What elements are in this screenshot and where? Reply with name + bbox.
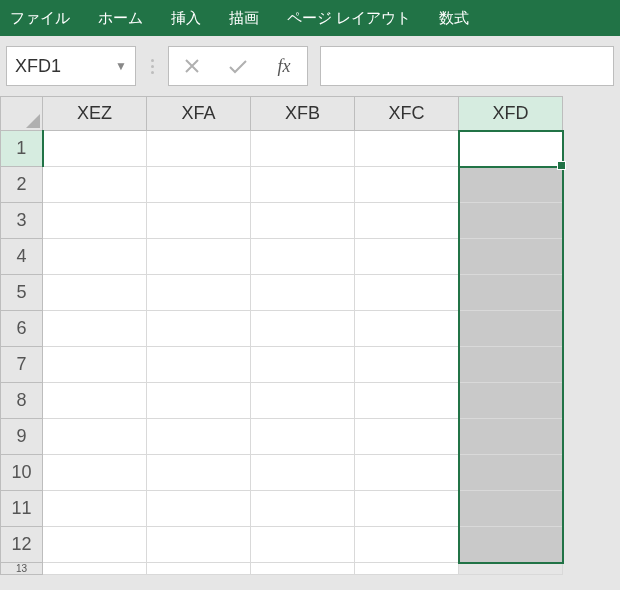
cell[interactable] xyxy=(459,347,563,383)
col-header[interactable]: XFC xyxy=(355,97,459,131)
cancel-icon[interactable] xyxy=(169,47,215,85)
cell[interactable] xyxy=(459,455,563,491)
cell[interactable] xyxy=(355,239,459,275)
cell[interactable] xyxy=(251,527,355,563)
col-header[interactable]: XFA xyxy=(147,97,251,131)
tab-draw[interactable]: 描画 xyxy=(229,9,259,28)
cell[interactable] xyxy=(459,311,563,347)
row-header[interactable]: 1 xyxy=(1,131,43,167)
cell[interactable] xyxy=(147,383,251,419)
row-header[interactable]: 10 xyxy=(1,455,43,491)
cell[interactable] xyxy=(355,131,459,167)
cell[interactable] xyxy=(251,167,355,203)
cell[interactable] xyxy=(355,491,459,527)
cell[interactable] xyxy=(355,347,459,383)
cell[interactable] xyxy=(43,131,147,167)
row-header[interactable]: 12 xyxy=(1,527,43,563)
enter-icon[interactable] xyxy=(215,47,261,85)
cell[interactable] xyxy=(147,131,251,167)
cell[interactable] xyxy=(459,203,563,239)
formula-input[interactable] xyxy=(320,46,614,86)
cell[interactable] xyxy=(43,383,147,419)
row-header[interactable]: 13 xyxy=(1,563,43,575)
cell[interactable] xyxy=(43,527,147,563)
col-header[interactable]: XEZ xyxy=(43,97,147,131)
col-header[interactable]: XFB xyxy=(251,97,355,131)
cell[interactable] xyxy=(251,455,355,491)
cell[interactable] xyxy=(43,347,147,383)
cell[interactable] xyxy=(459,167,563,203)
tab-home[interactable]: ホーム xyxy=(98,9,143,28)
row-header[interactable]: 9 xyxy=(1,419,43,455)
cell[interactable] xyxy=(147,455,251,491)
cell[interactable] xyxy=(459,419,563,455)
row-header[interactable]: 6 xyxy=(1,311,43,347)
cell[interactable] xyxy=(251,275,355,311)
cell[interactable] xyxy=(459,239,563,275)
cell[interactable] xyxy=(251,563,355,575)
cell[interactable] xyxy=(147,239,251,275)
cell[interactable] xyxy=(147,563,251,575)
cell[interactable] xyxy=(147,311,251,347)
row-header[interactable]: 7 xyxy=(1,347,43,383)
cell[interactable] xyxy=(43,167,147,203)
cell[interactable] xyxy=(355,527,459,563)
row-header[interactable]: 2 xyxy=(1,167,43,203)
cell[interactable] xyxy=(43,419,147,455)
cell[interactable] xyxy=(147,203,251,239)
formula-bar-buttons: fx xyxy=(168,46,308,86)
cell[interactable] xyxy=(355,203,459,239)
cell[interactable] xyxy=(355,383,459,419)
cell[interactable] xyxy=(251,347,355,383)
cell[interactable] xyxy=(147,491,251,527)
tab-page-layout[interactable]: ページ レイアウト xyxy=(287,9,411,28)
cell[interactable] xyxy=(459,563,563,575)
cell[interactable] xyxy=(355,419,459,455)
row-header[interactable]: 3 xyxy=(1,203,43,239)
cell[interactable] xyxy=(147,167,251,203)
tab-formulas[interactable]: 数式 xyxy=(439,9,469,28)
cell[interactable] xyxy=(459,491,563,527)
cell[interactable] xyxy=(43,455,147,491)
cell[interactable] xyxy=(43,311,147,347)
col-header-selected[interactable]: XFD xyxy=(459,97,563,131)
cell[interactable] xyxy=(43,203,147,239)
name-box-value: XFD1 xyxy=(15,56,115,77)
divider-dots xyxy=(142,59,162,74)
cell[interactable] xyxy=(43,563,147,575)
chevron-down-icon[interactable]: ▼ xyxy=(115,59,127,73)
row-header[interactable]: 11 xyxy=(1,491,43,527)
row-header[interactable]: 8 xyxy=(1,383,43,419)
tab-insert[interactable]: 挿入 xyxy=(171,9,201,28)
cell[interactable] xyxy=(43,275,147,311)
cell[interactable] xyxy=(43,239,147,275)
name-box[interactable]: XFD1 ▼ xyxy=(6,46,136,86)
cell[interactable] xyxy=(355,167,459,203)
cell[interactable] xyxy=(355,455,459,491)
cell[interactable] xyxy=(251,311,355,347)
cell[interactable] xyxy=(251,131,355,167)
select-all-corner[interactable] xyxy=(1,97,43,131)
cell[interactable] xyxy=(251,491,355,527)
tab-file[interactable]: ファイル xyxy=(10,9,70,28)
cell[interactable] xyxy=(147,347,251,383)
cell[interactable] xyxy=(459,383,563,419)
cell[interactable] xyxy=(251,239,355,275)
active-cell[interactable] xyxy=(459,131,563,167)
cell[interactable] xyxy=(251,203,355,239)
cell[interactable] xyxy=(147,527,251,563)
cell[interactable] xyxy=(355,275,459,311)
insert-function-button[interactable]: fx xyxy=(261,47,307,85)
cell[interactable] xyxy=(147,419,251,455)
ribbon-tabs: ファイル ホーム 挿入 描画 ページ レイアウト 数式 xyxy=(0,0,620,36)
cell[interactable] xyxy=(43,491,147,527)
cell[interactable] xyxy=(459,527,563,563)
cell[interactable] xyxy=(251,419,355,455)
cell[interactable] xyxy=(355,311,459,347)
row-header[interactable]: 5 xyxy=(1,275,43,311)
cell[interactable] xyxy=(355,563,459,575)
row-header[interactable]: 4 xyxy=(1,239,43,275)
cell[interactable] xyxy=(459,275,563,311)
cell[interactable] xyxy=(147,275,251,311)
cell[interactable] xyxy=(251,383,355,419)
